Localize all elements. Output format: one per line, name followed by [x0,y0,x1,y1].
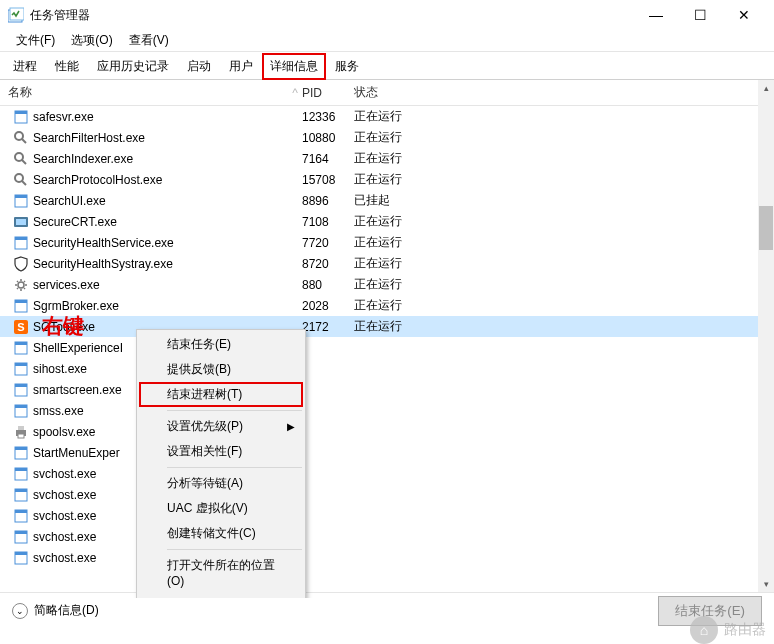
process-status: 正在运行 [348,297,774,314]
tab-performance[interactable]: 性能 [46,52,88,79]
table-row[interactable]: svchost.exe 2 正在运行 [0,505,774,526]
table-row[interactable]: services.exe 880 正在运行 [0,274,774,295]
table-row[interactable]: spoolsv.exe 正在运行 [0,421,774,442]
svg-line-9 [22,181,26,185]
ctx-feedback[interactable]: 提供反馈(B) [139,357,303,382]
menu-file[interactable]: 文件(F) [8,30,63,51]
process-pid: 2028 [298,299,348,313]
tab-services[interactable]: 服务 [326,52,368,79]
process-icon [13,109,29,125]
tab-users[interactable]: 用户 [220,52,262,79]
ctx-affinity[interactable]: 设置相关性(F) [139,439,303,464]
col-pid-header[interactable]: PID [298,86,348,100]
process-pid: 10880 [298,131,348,145]
ctx-open-location[interactable]: 打开文件所在的位置(O) [139,553,303,592]
process-name: svchost.exe [33,467,128,481]
process-icon [13,277,29,293]
process-name: StartMenuExper [33,446,128,460]
process-pid: 7108 [298,215,348,229]
svg-rect-15 [15,237,27,240]
table-row[interactable]: SearchProtocolHost.exe 15708 正在运行 [0,169,774,190]
tab-startup[interactable]: 启动 [178,52,220,79]
svg-rect-35 [15,468,27,471]
col-status-header[interactable]: 状态 [348,84,774,101]
details-table: 名称^ PID 状态 safesvr.exe 12336 正在运行 Search… [0,80,774,598]
ctx-priority[interactable]: 设置优先级(P)▶ [139,414,303,439]
process-icon [13,340,29,356]
ctx-end-task[interactable]: 结束任务(E) [139,332,303,357]
scroll-up-icon[interactable]: ▴ [758,80,774,96]
minimize-button[interactable]: — [634,1,678,29]
svg-rect-28 [15,405,27,408]
process-pid: 8896 [298,194,348,208]
process-pid: 7164 [298,152,348,166]
table-row[interactable]: SearchFilterHost.exe 10880 正在运行 [0,127,774,148]
tabbar: 进程 性能 应用历史记录 启动 用户 详细信息 服务 [0,52,774,80]
table-row[interactable]: svchost.exe 正在运行 [0,463,774,484]
tab-processes[interactable]: 进程 [4,52,46,79]
process-name: SearchUI.exe [33,194,298,208]
table-row[interactable]: SecureCRT.exe 7108 正在运行 [0,211,774,232]
table-row[interactable]: StartMenuExper 正在运行 [0,442,774,463]
svg-rect-3 [15,111,27,114]
table-row[interactable]: svchost.exe 正在运行 [0,484,774,505]
col-name-header[interactable]: 名称^ [0,84,298,101]
svg-point-16 [18,282,24,288]
ctx-separator [167,467,302,468]
process-icon [13,172,29,188]
svg-rect-39 [15,510,27,513]
table-row[interactable]: ShellExperienceI 00 已挂起 [0,337,774,358]
ctx-wait-chain[interactable]: 分析等待链(A) [139,471,303,496]
process-status: 正在运行 [348,150,774,167]
process-name: smss.exe [33,404,128,418]
scroll-down-icon[interactable]: ▾ [758,576,774,592]
menu-view[interactable]: 查看(V) [121,30,177,51]
process-icon [13,298,29,314]
table-row[interactable]: SearchUI.exe 8896 已挂起 [0,190,774,211]
svg-line-7 [22,160,26,164]
tab-details[interactable]: 详细信息 [262,53,326,80]
ctx-dump[interactable]: 创建转储文件(C) [139,521,303,546]
table-row[interactable]: sihost.exe 4 正在运行 [0,358,774,379]
table-header: 名称^ PID 状态 [0,80,774,106]
ctx-search[interactable]: 在线搜索(N) [139,592,303,598]
table-row[interactable]: S SGTool.exe 2172 正在运行 [0,316,774,337]
menu-options[interactable]: 选项(O) [63,30,120,51]
table-row[interactable]: svchost.exe 6 正在运行 [0,547,774,568]
process-icon [13,256,29,272]
process-pid: 15708 [298,173,348,187]
process-icon [13,550,29,566]
svg-rect-30 [18,426,24,430]
ctx-separator [167,549,302,550]
scroll-thumb[interactable] [759,206,773,250]
process-icon [13,424,29,440]
ctx-end-tree[interactable]: 结束进程树(T) [139,382,303,407]
svg-rect-22 [15,342,27,345]
brief-info-toggle[interactable]: ⌄ 简略信息(D) [12,602,99,619]
process-status: 正在运行 [348,255,774,272]
maximize-button[interactable]: ☐ [678,1,722,29]
tab-history[interactable]: 应用历史记录 [88,52,178,79]
svg-point-8 [15,174,23,182]
table-row[interactable]: smartscreen.exe 60 正在运行 [0,379,774,400]
table-row[interactable]: SecurityHealthService.exe 7720 正在运行 [0,232,774,253]
table-row[interactable]: safesvr.exe 12336 正在运行 [0,106,774,127]
process-icon [13,361,29,377]
table-row[interactable]: SearchIndexer.exe 7164 正在运行 [0,148,774,169]
close-button[interactable]: ✕ [722,1,766,29]
process-status: 正在运行 [348,171,774,188]
svg-text:S: S [17,321,24,333]
context-menu: 结束任务(E) 提供反馈(B) 结束进程树(T) 设置优先级(P)▶ 设置相关性… [136,329,306,598]
table-row[interactable]: SecurityHealthSystray.exe 8720 正在运行 [0,253,774,274]
ctx-uac[interactable]: UAC 虚拟化(V) [139,496,303,521]
scrollbar-vertical[interactable]: ▴ ▾ [758,80,774,592]
process-name: svchost.exe [33,488,128,502]
table-row[interactable]: svchost.exe 正在运行 [0,526,774,547]
process-icon [13,151,29,167]
table-row[interactable]: SgrmBroker.exe 2028 正在运行 [0,295,774,316]
process-icon: S [13,319,29,335]
process-name: SearchFilterHost.exe [33,131,298,145]
process-name: svchost.exe [33,530,128,544]
menubar: 文件(F) 选项(O) 查看(V) [0,30,774,52]
table-row[interactable]: smss.exe 正在运行 [0,400,774,421]
